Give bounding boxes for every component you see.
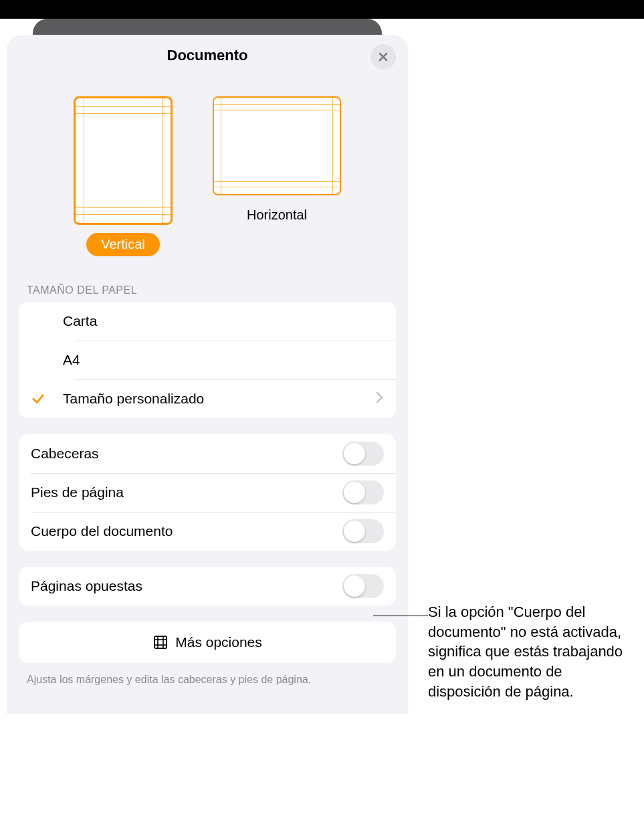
checkmark-icon: [31, 391, 45, 406]
facing-pages-label: Páginas opuestas: [31, 578, 342, 594]
orientation-horizontal[interactable]: Horizontal: [213, 96, 341, 256]
portrait-thumb-icon: [74, 96, 173, 225]
document-body-row: Cuerpo del documento: [19, 512, 396, 551]
orientation-vertical[interactable]: Vertical: [74, 96, 173, 256]
callout-leader-line: [373, 616, 428, 616]
document-toggles-group: Cabeceras Pies de página Cuerpo del docu…: [19, 434, 396, 551]
checkmark-col: [31, 391, 63, 406]
window-chrome-bar: [0, 0, 644, 19]
margins-icon: [152, 634, 169, 650]
sheet-backdrop: [33, 19, 382, 35]
headers-label: Cabeceras: [31, 446, 342, 462]
facing-pages-toggle[interactable]: [342, 574, 384, 598]
close-icon: [378, 52, 389, 62]
paper-size-list: Carta A4 Tamaño personalizado: [19, 302, 396, 418]
more-options-label: Más opciones: [175, 634, 262, 650]
paper-size-custom[interactable]: Tamaño personalizado: [19, 379, 396, 418]
landscape-thumb-icon: [213, 96, 341, 195]
footers-label: Pies de página: [31, 484, 342, 500]
paper-size-label: Carta: [63, 313, 384, 329]
paper-size-section-label: TAMAÑO DEL PAPEL: [7, 271, 408, 302]
facing-pages-group: Páginas opuestas: [19, 567, 396, 606]
headers-row: Cabeceras: [19, 434, 396, 473]
close-button[interactable]: [370, 44, 396, 70]
paper-size-label: A4: [63, 352, 384, 368]
orientation-horizontal-label: Horizontal: [232, 203, 322, 227]
panel-header: Documento: [7, 35, 408, 76]
paper-size-label: Tamaño personalizado: [63, 391, 376, 407]
document-body-label: Cuerpo del documento: [31, 523, 342, 539]
document-settings-panel: Documento Vertical: [7, 35, 408, 714]
headers-toggle[interactable]: [342, 442, 384, 466]
paper-size-a4[interactable]: A4: [19, 341, 396, 379]
footer-hint: Ajusta los márgenes y edita las cabecera…: [7, 663, 408, 687]
document-body-toggle[interactable]: [342, 519, 384, 543]
svg-rect-0: [154, 636, 167, 648]
footers-toggle[interactable]: [342, 480, 384, 504]
panel-title: Documento: [167, 47, 248, 64]
paper-size-carta[interactable]: Carta: [19, 302, 396, 341]
chevron-right-icon: [376, 390, 384, 407]
callout-text: Si la opción "Cuerpo del documento" no e…: [428, 602, 635, 701]
orientation-vertical-label: Vertical: [86, 233, 160, 256]
footers-row: Pies de página: [19, 473, 396, 512]
more-options-button[interactable]: Más opciones: [19, 622, 396, 663]
orientation-picker: Vertical Horizontal: [7, 96, 408, 256]
facing-pages-row: Páginas opuestas: [19, 567, 396, 606]
